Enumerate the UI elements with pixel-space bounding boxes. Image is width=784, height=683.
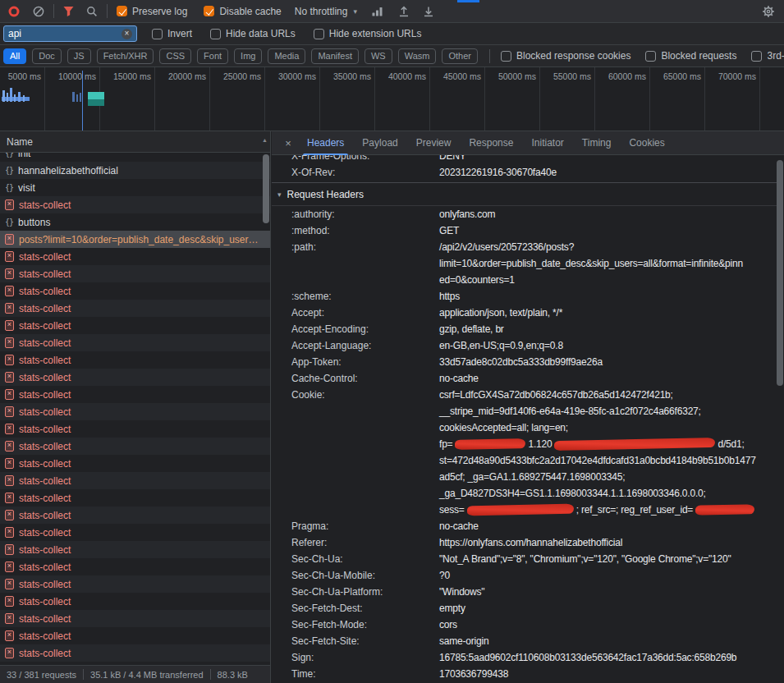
redaction-scribble: [455, 438, 525, 450]
request-row[interactable]: {}buttons: [0, 213, 270, 231]
type-filter-ws[interactable]: WS: [364, 48, 392, 64]
request-row[interactable]: stats-collect: [0, 472, 270, 489]
header-name: Sec-Fetch-Mode:: [291, 617, 439, 633]
timeline-activity-bar: [23, 95, 25, 102]
request-row[interactable]: stats-collect: [0, 196, 270, 213]
timeline-tick-label: 15000 ms: [97, 71, 151, 81]
disable-cache-checkbox[interactable]: Disable cache: [204, 6, 281, 17]
tab-initiator[interactable]: Initiator: [522, 131, 572, 155]
header-row: Accept-Encoding:gzip, deflate, br: [272, 321, 777, 337]
type-filter-manifest[interactable]: Manifest: [311, 48, 359, 64]
request-row[interactable]: stats-collect: [0, 334, 270, 351]
type-filter-img[interactable]: Img: [234, 48, 262, 64]
header-name: Cookie:: [291, 387, 439, 403]
timeline-tick-label: 65000 ms: [647, 71, 701, 81]
hide-data-urls-checkbox[interactable]: Hide data URLs: [210, 28, 296, 39]
3rd-party-requests-checkbox[interactable]: 3rd-party requests: [751, 50, 784, 62]
request-row[interactable]: stats-collect: [0, 455, 270, 472]
request-row[interactable]: stats-collect: [0, 369, 270, 386]
close-details-icon[interactable]: ×: [278, 137, 298, 149]
request-row[interactable]: stats-collect: [0, 386, 270, 403]
request-row[interactable]: stats-collect: [0, 541, 270, 558]
search-icon[interactable]: [83, 2, 101, 21]
request-headers-list: :authority:onlyfans.com:method:GET:path:…: [272, 206, 777, 682]
request-row[interactable]: stats-collect: [0, 507, 270, 524]
type-filter-css[interactable]: CSS: [159, 48, 191, 64]
request-row[interactable]: stats-collect: [0, 438, 270, 455]
tab-response[interactable]: Response: [460, 131, 522, 155]
settings-gear-icon[interactable]: [759, 2, 777, 21]
filter-funnel-icon[interactable]: [60, 2, 78, 21]
request-row[interactable]: stats-collect: [0, 282, 270, 300]
request-row[interactable]: stats-collect: [0, 265, 270, 282]
record-button[interactable]: [5, 2, 23, 21]
header-value: cors: [439, 617, 457, 633]
blocked-response-cookies-checkbox[interactable]: Blocked response cookies: [501, 50, 630, 62]
invert-checkbox[interactable]: Invert: [152, 28, 192, 39]
request-name: stats-collect: [19, 630, 259, 642]
request-rows: {}init{}hannahelizabethofficial{}visitst…: [0, 153, 270, 665]
type-filter-js[interactable]: JS: [67, 48, 91, 64]
type-filter-font[interactable]: Font: [197, 48, 228, 64]
request-row[interactable]: {}init: [0, 153, 270, 162]
request-row[interactable]: stats-collect: [0, 593, 270, 610]
type-filter-fetch-xhr[interactable]: Fetch/XHR: [97, 48, 154, 64]
export-har-icon[interactable]: [420, 2, 438, 21]
request-row[interactable]: stats-collect: [0, 420, 270, 438]
request-row[interactable]: stats-collect: [0, 317, 270, 334]
import-har-icon[interactable]: [395, 2, 413, 21]
type-filter-all[interactable]: All: [3, 48, 26, 64]
request-row[interactable]: stats-collect: [0, 644, 270, 662]
type-filter-wasm[interactable]: Wasm: [398, 48, 437, 64]
name-column-header[interactable]: Name: [0, 131, 270, 153]
tab-headers[interactable]: Headers: [298, 131, 353, 155]
header-name: :scheme:: [291, 288, 439, 305]
network-conditions-icon[interactable]: [369, 2, 387, 21]
filter-input[interactable]: api ×: [3, 25, 137, 42]
request-name: init: [18, 153, 259, 159]
transferred-size: 35.1 kB / 4.4 MB transferred: [84, 670, 210, 680]
error-file-icon: [5, 372, 14, 383]
type-filter-other[interactable]: Other: [442, 48, 478, 64]
checkbox-label: Blocked requests: [661, 50, 736, 62]
clear-filter-icon[interactable]: ×: [121, 29, 132, 39]
tab-preview[interactable]: Preview: [407, 131, 461, 155]
request-row[interactable]: stats-collect: [0, 627, 270, 644]
scroll-up-arrow-icon[interactable]: ▲: [262, 137, 268, 143]
request-row[interactable]: stats-collect: [0, 351, 270, 369]
header-row: Sec-Ch-Ua-Mobile:?0: [272, 567, 777, 584]
network-summary-bar: 33 / 381 requests 35.1 kB / 4.4 MB trans…: [0, 665, 271, 683]
clear-network-log-icon[interactable]: [30, 2, 48, 21]
type-filter-media[interactable]: Media: [268, 48, 305, 64]
tab-cookies[interactable]: Cookies: [620, 131, 673, 155]
request-row[interactable]: stats-collect: [0, 300, 270, 317]
request-row[interactable]: stats-collect: [0, 524, 270, 541]
resources-size: 88.3 kB: [211, 670, 254, 680]
hide-extension-urls-checkbox[interactable]: Hide extension URLs: [314, 28, 422, 39]
network-toolbar: Preserve log Disable cache No throttling…: [0, 0, 784, 23]
tab-timing[interactable]: Timing: [573, 131, 621, 155]
header-value-line: onlyfans.com: [439, 206, 495, 222]
request-row[interactable]: stats-collect: [0, 489, 270, 507]
preserve-log-checkbox[interactable]: Preserve log: [117, 6, 187, 17]
details-scrollbar[interactable]: [777, 160, 783, 386]
request-row[interactable]: {}hannahelizabethofficial: [0, 162, 270, 179]
tab-payload[interactable]: Payload: [353, 131, 406, 155]
blocked-requests-checkbox[interactable]: Blocked requests: [645, 50, 736, 62]
error-file-icon: [5, 406, 14, 417]
request-row[interactable]: stats-collect: [0, 575, 270, 593]
request-row[interactable]: stats-collect: [0, 610, 270, 627]
request-headers-section[interactable]: ▾Request Headers: [272, 182, 777, 206]
requests-count: 33 / 381 requests: [0, 670, 83, 680]
header-value-line: cors: [439, 617, 457, 633]
request-row[interactable]: stats-collect: [0, 558, 270, 575]
request-row[interactable]: stats-collect: [0, 248, 270, 265]
request-row[interactable]: {}visit: [0, 179, 270, 196]
type-filter-doc[interactable]: Doc: [32, 48, 62, 64]
request-list-scrollbar[interactable]: [263, 154, 269, 223]
request-name: stats-collect: [19, 406, 259, 418]
throttling-dropdown[interactable]: No throttling ▾: [295, 6, 357, 17]
request-row[interactable]: stats-collect: [0, 403, 270, 420]
network-overview-timeline[interactable]: 5000 ms10000 ms15000 ms20000 ms25000 ms3…: [0, 67, 784, 131]
request-row[interactable]: posts?limit=10&order=publish_date_desc&s…: [0, 231, 270, 248]
